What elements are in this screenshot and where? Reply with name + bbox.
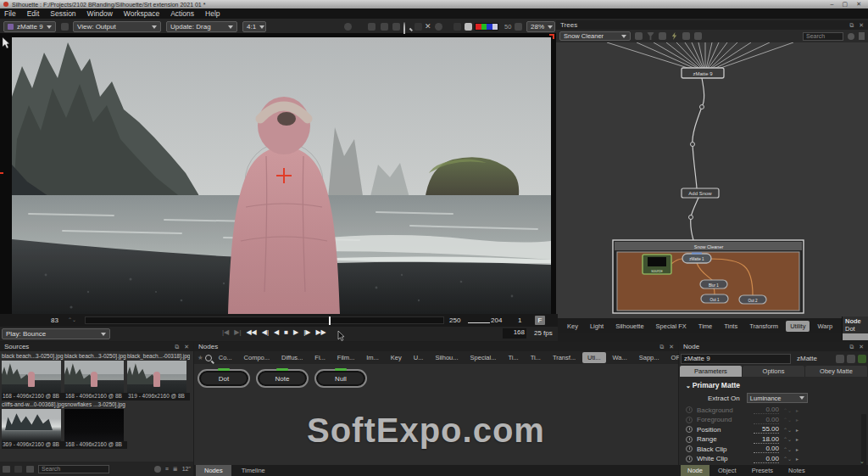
node-category-tab[interactable]: Im... (361, 352, 384, 363)
popout-icon[interactable]: ⧉ (849, 22, 854, 29)
transport-button[interactable]: ▶▶ (315, 328, 326, 336)
transport-button[interactable]: |▶ (303, 328, 310, 336)
node-category-tab[interactable]: Key (386, 352, 407, 363)
transport-button[interactable]: ▶| (234, 328, 241, 336)
keyframe-clock-icon[interactable] (686, 445, 693, 452)
node-panel-tab[interactable]: Parameters (680, 366, 742, 377)
step-value[interactable]: 1 (518, 316, 521, 324)
scroll-down-icon[interactable]: ⌄ (860, 458, 865, 465)
param-value[interactable]: 0.00 (754, 455, 779, 463)
close-button[interactable]: ✕ (856, 1, 861, 8)
transport-button[interactable]: ◀◀ (246, 328, 256, 336)
param-row[interactable]: White Clip 0.00 ⌃⌄ ▸ (686, 454, 855, 464)
close-icon[interactable]: ✕ (184, 344, 189, 350)
source-item[interactable]: black beach...3-0250].jpg 168 - 4096x216… (2, 353, 64, 400)
param-row[interactable]: Position 55.00 ⌃⌄ ▸ (686, 424, 855, 434)
frame-count[interactable]: 168 (503, 328, 526, 339)
footer-tab[interactable]: Node (681, 465, 709, 476)
tree-tab[interactable]: Tints (720, 321, 742, 332)
node-panel-tab[interactable]: Obey Matte (805, 366, 867, 377)
frame-icon[interactable] (392, 23, 400, 31)
node-button[interactable]: Null (314, 369, 367, 388)
save-icon[interactable] (694, 32, 702, 40)
footer-tab[interactable]: Nodes (196, 465, 231, 476)
range-indicator[interactable] (468, 322, 490, 323)
tree-tab[interactable]: Time (694, 321, 716, 332)
param-spinner[interactable]: ⌃⌄ (783, 436, 792, 442)
eye-icon[interactable] (344, 23, 352, 31)
search-icon[interactable] (205, 355, 212, 361)
render-icon[interactable] (659, 32, 666, 40)
gear-icon[interactable] (435, 23, 442, 31)
tree-tab[interactable]: Warp (813, 321, 837, 332)
menu-item[interactable]: File (4, 9, 16, 18)
tree-tab[interactable]: Transform (745, 321, 782, 332)
param-spinner[interactable]: ⌃⌄ (783, 446, 792, 452)
detail-view-icon[interactable]: ≣ (173, 466, 178, 473)
param-expand-icon[interactable]: ▸ (796, 436, 798, 442)
popout-icon[interactable]: ⧉ (175, 344, 179, 350)
source-thumbnail[interactable] (2, 361, 61, 393)
node-category-tab[interactable]: Silhou... (430, 352, 463, 363)
viewer-panel[interactable] (0, 34, 556, 314)
footer-tab[interactable]: Object (711, 465, 743, 476)
param-row[interactable]: Black Clip 0.00 ⌃⌄ ▸ (686, 444, 855, 454)
layout-icon[interactable] (635, 32, 643, 40)
trash-icon[interactable] (859, 32, 865, 40)
node-category-tab[interactable]: Ti... (526, 352, 546, 363)
source-thumbnail[interactable] (64, 409, 124, 441)
param-row[interactable]: Foreground 0.00 ⌃⌄ ▸ (686, 415, 855, 425)
param-expand-icon[interactable]: ▸ (796, 427, 798, 433)
param-value[interactable]: 0.00 (754, 416, 779, 424)
playhead[interactable] (329, 316, 331, 325)
param-row[interactable]: Range 18.00 ⌃⌄ ▸ (686, 434, 855, 445)
extract-on-dropdown[interactable]: Luminance (747, 393, 808, 403)
node-category-tab[interactable]: Ti... (503, 352, 523, 363)
film-icon[interactable] (3, 466, 10, 473)
folder-icon[interactable] (26, 466, 34, 473)
keyframe-clock-icon[interactable] (686, 436, 693, 443)
viewer-image[interactable] (12, 37, 551, 314)
param-expand-icon[interactable]: ▸ (796, 417, 798, 423)
transport-button[interactable]: ◀| (262, 328, 269, 336)
clear-search-icon[interactable] (848, 33, 854, 40)
work-end[interactable]: 204 (491, 316, 502, 324)
tree-tab[interactable]: Light (586, 321, 608, 332)
node-graph[interactable]: zMatte 9 Add Snow Snow Cleaner source (556, 42, 868, 318)
ratio-dropdown[interactable]: 4:1 (242, 21, 266, 32)
view-dropdown[interactable]: View: Output (73, 21, 161, 32)
node-category-tab[interactable]: Film... (332, 352, 359, 363)
param-expand-icon[interactable]: ▸ (796, 456, 798, 462)
param-spinner[interactable]: ⌃⌄ (783, 417, 792, 423)
node-category-tab[interactable]: Special... (465, 352, 502, 363)
clear-icon[interactable] (154, 466, 161, 473)
panel-icon[interactable] (453, 23, 461, 31)
footer-tab[interactable]: Presets (745, 465, 780, 476)
keyframe-clock-icon[interactable] (686, 417, 693, 423)
import-icon[interactable] (682, 32, 690, 40)
footer-tab[interactable]: Timeline (233, 465, 274, 476)
maximize-button[interactable]: ▢ (843, 1, 849, 8)
param-value[interactable]: 18.00 (754, 435, 779, 444)
node-panel-tab[interactable]: Options (743, 366, 804, 377)
transport-button[interactable]: ▶ (293, 328, 298, 336)
param-row[interactable]: Background 0.00 ⌃⌄ ▸ (686, 405, 855, 415)
param-expand-icon[interactable]: ▸ (796, 407, 798, 413)
grid-icon[interactable] (14, 466, 22, 473)
footer-tab[interactable]: Notes (782, 465, 812, 476)
minimize-button[interactable]: – (831, 1, 834, 8)
folder-icon[interactable] (368, 23, 376, 31)
menu-item[interactable]: Workspace (124, 9, 159, 18)
tree-tab[interactable]: Silhouette (611, 321, 648, 332)
node-selector-dropdown[interactable]: zMatte 9 (3, 21, 56, 32)
menu-item[interactable]: Window (87, 9, 113, 18)
zoom-dropdown[interactable]: 28% (526, 21, 555, 32)
transport-button[interactable]: ◀ (274, 328, 279, 336)
star-icon[interactable]: ★ (198, 354, 203, 361)
popout-icon[interactable]: ⧉ (659, 344, 664, 350)
node-category-tab[interactable]: Sapp... (634, 352, 665, 363)
popout-icon[interactable]: ⧉ (849, 344, 854, 350)
tree-tab[interactable]: Utility (786, 321, 810, 332)
pointer-tool-icon[interactable] (2, 37, 10, 49)
mini-node-highlight[interactable] (843, 333, 868, 340)
